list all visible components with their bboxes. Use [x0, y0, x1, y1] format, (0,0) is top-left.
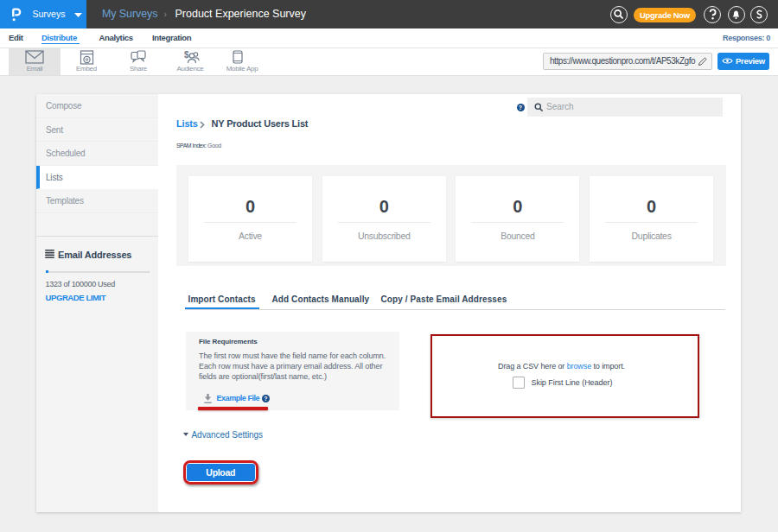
svg-text:SPAM Index:: SPAM Index: [176, 142, 207, 149]
svg-text:Good: Good [207, 142, 221, 149]
svg-text:$: $ [184, 50, 189, 60]
